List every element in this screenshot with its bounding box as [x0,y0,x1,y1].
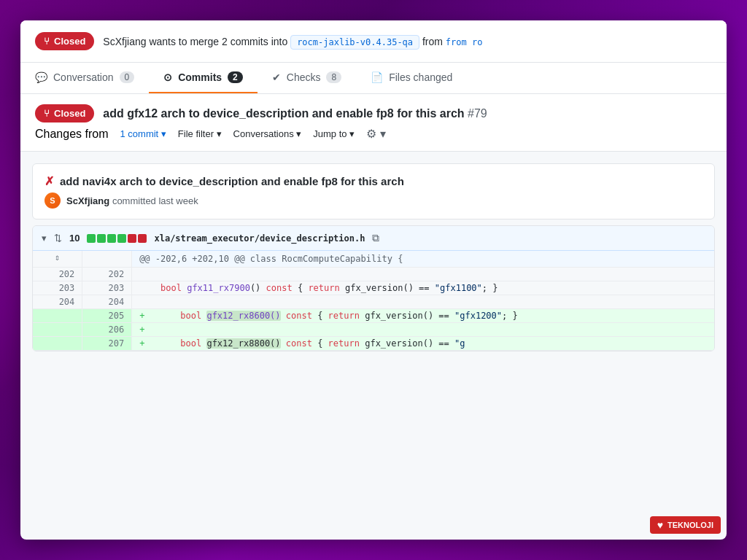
author-avatar: S [44,192,61,209]
tab-checks-badge: 8 [326,71,341,83]
line-num-new: 203 [82,281,132,295]
line-num-old: 203 [33,281,82,295]
line-num-new: 204 [82,295,132,309]
line-num-new: 205 [82,309,132,323]
teknoloji-heart-icon: ♥ [657,519,663,531]
teknoloji-badge: ♥ TEKNOLOJI [650,516,721,534]
line-num-old: 204 [33,295,82,309]
commit-info-box: ✗ add navi4x arch to device_description … [32,163,715,219]
commit-number: #79 [468,107,487,120]
tabs-bar: 💬 Conversation 0 ⊙ Commits 2 ✔ Checks 8 … [20,63,727,94]
target-branch-tag: rocm-jaxlib-v0.4.35-qa [290,35,419,50]
commit-title-text: add gfx12 arch to device_description and… [103,107,464,120]
line-num-old [33,323,82,337]
line-code [152,323,714,337]
line-num-new: 202 [82,268,132,281]
files-changed-icon: 📄 [371,71,383,83]
commit-closed-label: Closed [54,108,85,119]
line-code [132,268,714,281]
table-row: 205 + bool gfx12_rx8600() const { return… [33,309,714,323]
jump-to-dropdown[interactable]: Jump to ▾ [313,128,355,139]
tab-commits-label: Commits [178,71,222,83]
diff-bar-del-2 [138,234,147,243]
conversation-icon: 💬 [35,71,47,83]
diff-bar-del-1 [128,234,136,243]
commits-icon: ⊙ [163,71,172,83]
diff-bar-add-2 [97,234,106,243]
tab-files-changed[interactable]: 📄 Files changed [356,63,467,93]
tab-checks[interactable]: ✔ Checks 8 [258,63,356,93]
pr-status-bar: ⑂ Closed ScXfjiang wants to merge 2 comm… [20,20,727,63]
table-row: 204 204 [33,295,714,309]
expand-icon[interactable]: ⇕ [33,251,82,268]
line-num-new: 206 [82,323,132,337]
author-name: ScXfjiang [66,195,109,206]
line-num-old: 202 [33,268,82,281]
settings-icon[interactable]: ⚙ ▾ [366,127,385,141]
hunk-header-row: ⇕ @@ -202,6 +202,10 @@ class RocmCompute… [33,251,714,268]
plus-marker: + [132,323,152,337]
collapse-icon[interactable]: ▾ [42,233,47,244]
pr-from-text: from from ro [422,36,482,47]
committed-text: committed last week [112,195,198,206]
checks-icon: ✔ [272,71,281,83]
merge-icon: ⑂ [44,36,50,47]
line-num-new: 207 [82,337,132,351]
table-row: 206 + [33,323,714,337]
tab-conversation-badge: 0 [120,71,135,83]
plus-marker: + [132,337,152,351]
file-diff-header: ▾ ⇅ 10 xla/stream_executor/device_descri… [33,226,714,251]
file-filter-dropdown[interactable]: File filter ▾ [178,128,222,139]
file-path: xla/stream_executor/device_description.h [154,233,365,244]
line-code: bool gfx12_rx8600() const { return gfx_v… [152,309,714,323]
main-card: ⑂ Closed ScXfjiang wants to merge 2 comm… [20,20,727,540]
tab-conversation[interactable]: 💬 Conversation 0 [20,63,149,93]
copy-icon[interactable]: ⧉ [372,232,379,244]
diff-stat-icon: ⇅ [54,233,62,244]
pr-closed-badge: ⑂ Closed [35,32,94,50]
pr-description: ScXfjiang wants to merge 2 commits into … [103,36,482,47]
tab-commits-badge: 2 [228,71,243,83]
code-table: ⇕ @@ -202,6 +202,10 @@ class RocmCompute… [33,251,714,351]
diff-container: ✗ add navi4x arch to device_description … [20,152,727,510]
conversations-dropdown[interactable]: Conversations ▾ [233,128,302,139]
commit-title: add gfx12 arch to device_description and… [103,107,487,120]
tab-files-changed-label: Files changed [389,71,452,83]
plus-marker: + [132,309,152,323]
commit-link[interactable]: 1 commit ▾ [120,128,166,139]
x-mark-icon: ✗ [44,174,54,188]
tab-checks-label: Checks [287,71,321,83]
diff-bars [87,234,147,243]
table-row: 207 + bool gfx12_rx8800() const { return… [33,337,714,351]
pr-status-label: Closed [54,36,85,47]
diff-bar-add-4 [117,234,126,243]
table-row: 203 203 bool gfx11_rx7900() const { retu… [33,281,714,295]
file-diff: ▾ ⇅ 10 xla/stream_executor/device_descri… [32,225,715,351]
teknoloji-label: TEKNOLOJI [667,521,713,529]
line-num-old [33,309,82,323]
pr-description-text: ScXfjiang wants to merge 2 commits into [103,36,287,47]
hunk-header-code: @@ -202,6 +202,10 @@ class RocmComputeCa… [132,251,714,268]
tab-conversation-label: Conversation [53,71,114,83]
line-code [132,295,714,309]
commit-merge-icon: ⑂ [44,108,50,119]
tab-commits[interactable]: ⊙ Commits 2 [149,63,258,93]
line-code: bool gfx12_rx8800() const { return gfx_v… [152,337,714,351]
author-info: ScXfjiang committed last week [66,195,198,206]
changes-from-text: Changes from [35,128,109,141]
commit-section: ⑂ Closed add gfx12 arch to device_descri… [20,94,727,152]
commit-file-title: add navi4x arch to device_description an… [60,175,404,187]
diff-bar-add-1 [87,234,96,243]
table-row: 202 202 [33,268,714,281]
diff-stat-number: 10 [69,233,80,244]
diff-bar-add-3 [107,234,116,243]
commit-closed-badge: ⑂ Closed [35,104,94,122]
line-num-old [33,337,82,351]
line-code: bool gfx11_rx7900() const { return gfx_v… [132,281,714,295]
